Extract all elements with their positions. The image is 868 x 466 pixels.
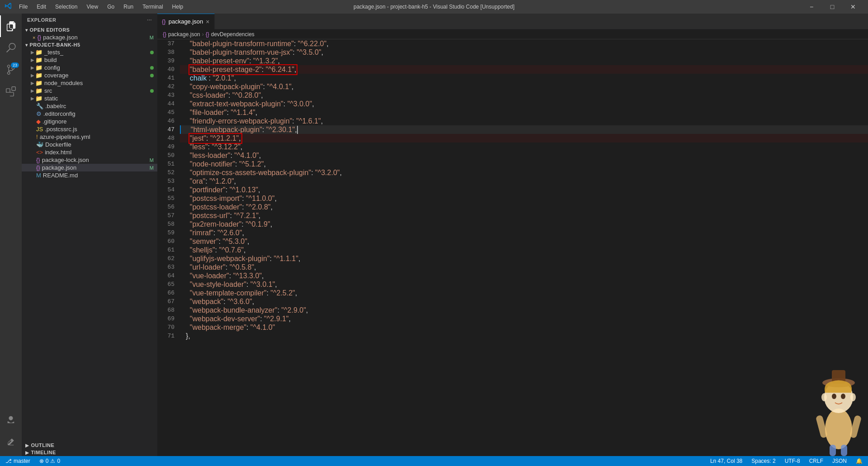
- status-bar-left: ⎇ master ⊗ 0 ⚠ 0: [4, 456, 62, 466]
- lnum-46: 46: [157, 117, 176, 125]
- tree-item-node-modules[interactable]: ▶ 📁 node_modules: [22, 79, 157, 87]
- tab-close-button[interactable]: ×: [206, 18, 209, 25]
- code-line-41: chalk : "2.0.1",: [180, 74, 868, 82]
- language-mode[interactable]: JSON: [830, 456, 849, 466]
- open-editors-header[interactable]: ▾ OPEN EDITORS: [22, 26, 157, 33]
- tree-item-postcssrc[interactable]: JS .postcssrc.js: [22, 125, 157, 133]
- tree-item-package-lock[interactable]: {} package-lock.json M: [22, 156, 157, 164]
- indentation[interactable]: Spaces: 2: [750, 456, 777, 466]
- editor-with-lines: 37 38 39 40 41 42 43 44 45 46 47 48 49 5…: [157, 39, 868, 456]
- menu-go[interactable]: Go: [104, 3, 118, 11]
- search-activity-icon[interactable]: [0, 37, 22, 59]
- open-editors-section: ▾ OPEN EDITORS × {} package.json M: [22, 26, 157, 41]
- settings-activity-icon[interactable]: [0, 431, 22, 452]
- project-header[interactable]: ▾ PROJECT-BANK-H5: [22, 41, 157, 48]
- outline-header[interactable]: ▶ OUTLINE: [22, 442, 157, 449]
- js-icon: JS: [36, 126, 43, 133]
- timeline-label: TIMELINE: [31, 450, 56, 455]
- json-file-icon: {}: [37, 34, 41, 41]
- tree-item-tests[interactable]: ▶ 📁 _tests_: [22, 48, 157, 56]
- git-branch-status[interactable]: ⎇ master: [4, 456, 32, 466]
- window-controls[interactable]: − □ ✕: [801, 0, 863, 14]
- tree-item-coverage[interactable]: ▶ 📁 coverage: [22, 71, 157, 79]
- error-count: 0: [46, 458, 49, 464]
- maximize-button[interactable]: □: [822, 0, 843, 14]
- open-editors-label: OPEN EDITORS: [30, 27, 70, 33]
- menu-bar[interactable]: File Edit Selection View Go Run Terminal…: [15, 3, 187, 11]
- menu-selection[interactable]: Selection: [52, 3, 81, 11]
- file-name: .gitignore: [42, 118, 66, 125]
- close-button[interactable]: ✕: [843, 0, 863, 14]
- minimize-button[interactable]: −: [801, 0, 822, 14]
- line-ending[interactable]: CRLF: [807, 456, 825, 466]
- modified-badge: M: [150, 35, 154, 40]
- tree-item-readme[interactable]: M README.md: [22, 171, 157, 179]
- lnum-57: 57: [157, 211, 176, 220]
- file-name: README.md: [43, 172, 78, 179]
- menu-view[interactable]: View: [83, 3, 102, 11]
- menu-terminal[interactable]: Terminal: [139, 3, 166, 11]
- tree-item-package-json[interactable]: {} package.json M: [22, 164, 157, 171]
- notifications-button[interactable]: 🔔: [854, 456, 864, 466]
- menu-help[interactable]: Help: [169, 3, 187, 11]
- menu-run[interactable]: Run: [120, 3, 137, 11]
- cursor: [297, 126, 300, 134]
- code-line-55: "postcss-import": "^11.0.0",: [180, 194, 868, 203]
- lnum-59: 59: [157, 228, 176, 237]
- folder-arrow: ▶: [31, 81, 34, 86]
- lnum-60: 60: [157, 237, 176, 246]
- lnum-65: 65: [157, 280, 176, 289]
- code-line-40: "babel-preset-stage-2": "^6.24.1",: [180, 65, 868, 74]
- folder-name: coverage: [44, 72, 68, 79]
- tree-item-src[interactable]: ▶ 📁 src: [22, 87, 157, 95]
- tree-item-build[interactable]: ▶ 📁 build: [22, 56, 157, 64]
- code-line-59: "rimraf": "^2.6.0",: [180, 228, 868, 237]
- json-icon: {}: [36, 164, 40, 171]
- tree-item-editorconfig[interactable]: ⚙ .editorconfig: [22, 110, 157, 118]
- tree-item-babelrc[interactable]: 🔧 .babelrc: [22, 102, 157, 110]
- highlight-box-40: "babel-preset-stage-2": "^6.24.1",: [190, 66, 297, 74]
- breadcrumb-file[interactable]: package.json: [168, 31, 200, 38]
- code-editor[interactable]: "babel-plugin-transform-runtime": "^6.22…: [180, 39, 868, 456]
- source-control-activity-icon[interactable]: 23: [0, 59, 22, 81]
- open-file-name: package.json: [43, 34, 78, 41]
- tree-item-gitignore[interactable]: ◆ .gitignore: [22, 118, 157, 125]
- code-line-61: "shelljs": "^0.7.6",: [180, 246, 868, 254]
- lnum-50: 50: [157, 151, 176, 160]
- menu-file[interactable]: File: [15, 3, 31, 11]
- close-open-file-icon[interactable]: ×: [33, 35, 35, 40]
- explorer-activity-icon[interactable]: [0, 15, 22, 37]
- lnum-66: 66: [157, 289, 176, 297]
- folder-name: node_modules: [44, 80, 83, 86]
- lnum-48: 48: [157, 134, 176, 143]
- code-line-69: "webpack-dev-server": "^2.9.1",: [180, 314, 868, 323]
- tree-item-config[interactable]: ▶ 📁 config: [22, 64, 157, 71]
- tree-item-azure[interactable]: ! azure-pipelines.yml: [22, 133, 157, 141]
- lnum-71: 71: [157, 332, 176, 340]
- explorer-header-icons[interactable]: ···: [147, 17, 152, 23]
- encoding[interactable]: UTF-8: [783, 456, 802, 466]
- lnum-37: 37: [157, 39, 176, 48]
- extensions-activity-icon[interactable]: [0, 81, 22, 102]
- git-icon: ◆: [36, 118, 41, 125]
- breadcrumb-section[interactable]: devDependencies: [211, 31, 255, 38]
- more-options-icon[interactable]: ···: [147, 17, 152, 23]
- cursor-position[interactable]: Ln 47, Col 38: [708, 456, 744, 466]
- errors-status[interactable]: ⊗ 0 ⚠ 0: [38, 456, 62, 466]
- open-file-package-json[interactable]: × {} package.json M: [22, 33, 157, 41]
- code-line-54: "portfinder": "^1.0.13",: [180, 185, 868, 194]
- json-icon: {}: [36, 157, 40, 163]
- tab-package-json[interactable]: {} package.json ×: [157, 14, 215, 29]
- timeline-header[interactable]: ▶ TIMELINE: [22, 449, 157, 456]
- accounts-activity-icon[interactable]: [0, 409, 22, 431]
- menu-edit[interactable]: Edit: [33, 3, 50, 11]
- code-line-50: "less-loader": "^4.1.0",: [180, 151, 868, 160]
- tree-item-static[interactable]: ▶ 📁 static: [22, 95, 157, 102]
- code-line-51: "node-notifier": "^5.1.2",: [180, 160, 868, 168]
- tree-item-dockerfile[interactable]: 🐳 Dockerfile: [22, 141, 157, 148]
- lnum-38: 38: [157, 48, 176, 57]
- code-line-47: "html-webpack-plugin": "^2.30.1",: [180, 125, 868, 134]
- tab-bar: {} package.json ×: [157, 14, 868, 29]
- tree-item-indexhtml[interactable]: <> index.html: [22, 148, 157, 156]
- code-line-48: "jest": "^21.2.1",: [180, 134, 868, 143]
